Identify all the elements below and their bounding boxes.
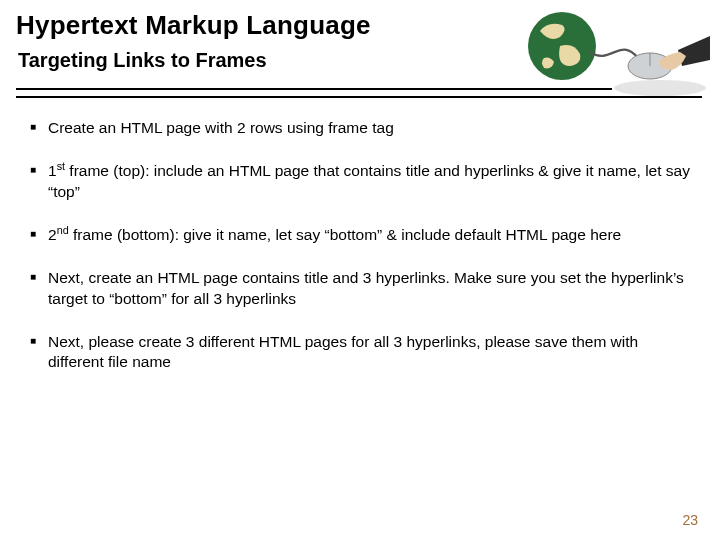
list-item: Next, please create 3 different HTML pag…: [30, 332, 690, 374]
list-item: 2nd frame (bottom): give it name, let sa…: [30, 225, 690, 246]
slide: Hypertext Markup Language Targeting Link…: [0, 0, 720, 540]
slide-number: 23: [682, 512, 698, 528]
divider-full: [16, 96, 702, 98]
bullet-list: Create an HTML page with 2 rows using fr…: [30, 118, 690, 373]
list-item: Create an HTML page with 2 rows using fr…: [30, 118, 690, 139]
bullet-text: 1st frame (top): include an HTML page th…: [48, 162, 690, 200]
list-item: Next, create an HTML page contains title…: [30, 268, 690, 310]
bullet-text: 2nd frame (bottom): give it name, let sa…: [48, 226, 621, 243]
bullet-text: Create an HTML page with 2 rows using fr…: [48, 119, 394, 136]
bullet-text: Next, create an HTML page contains title…: [48, 269, 684, 307]
header-decorative-image: [510, 6, 710, 98]
svg-point-0: [614, 80, 706, 96]
divider-short: [16, 88, 612, 90]
list-item: 1st frame (top): include an HTML page th…: [30, 161, 690, 203]
bullet-text: Next, please create 3 different HTML pag…: [48, 333, 638, 371]
body-content: Create an HTML page with 2 rows using fr…: [30, 118, 690, 395]
